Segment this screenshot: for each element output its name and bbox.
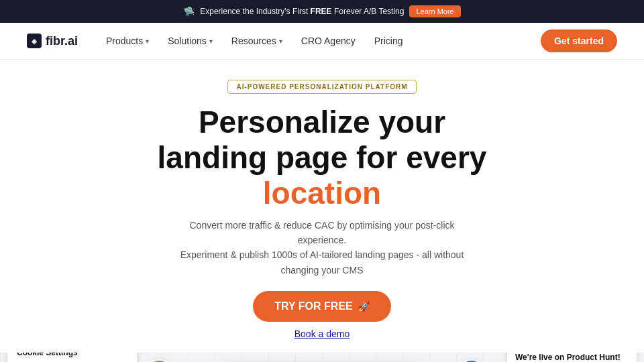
try-free-button[interactable]: TRY FOR FREE 🚀 bbox=[253, 291, 390, 322]
get-started-button[interactable]: Get started bbox=[541, 29, 617, 52]
hero-headline: Personalize your landing page for every … bbox=[27, 105, 617, 211]
cookie-popup: Cookie Settings We use cookies to person… bbox=[7, 353, 138, 362]
nav-right: Get started bbox=[541, 29, 617, 52]
hero-section: AI-POWERED PERSONALIZATION PLATFORM Pers… bbox=[0, 60, 644, 353]
nav-solutions[interactable]: Solutions ▾ bbox=[160, 32, 221, 50]
cta-buttons: TRY FOR FREE 🚀 Book a demo bbox=[27, 291, 617, 339]
nav-resources[interactable]: Resources ▾ bbox=[223, 32, 290, 50]
nav-cro-agency[interactable]: CRO Agency bbox=[293, 32, 364, 50]
nav-pricing[interactable]: Pricing bbox=[366, 32, 411, 50]
logo-icon: ◈ bbox=[27, 34, 42, 48]
nav-products[interactable]: Products ▾ bbox=[98, 32, 157, 50]
bottom-section: https://yourspace.com/home Home About Co… bbox=[0, 353, 644, 362]
ph-title: We're live on Product Hunt! bbox=[515, 353, 629, 362]
main-nav: ◈ fibr.ai Products ▾ Solutions ▾ Resourc… bbox=[0, 23, 644, 60]
cookie-title: Cookie Settings bbox=[17, 353, 127, 357]
learn-more-button[interactable]: Learn More bbox=[409, 5, 460, 17]
chevron-down-icon: ▾ bbox=[209, 38, 213, 45]
logo-text: fibr.ai bbox=[46, 34, 78, 48]
banner-text: Experience the Industry's First FREE For… bbox=[200, 7, 404, 16]
logo[interactable]: ◈ fibr.ai bbox=[27, 34, 78, 48]
rocket-icon: 🚀 bbox=[358, 301, 370, 312]
hero-badge: AI-POWERED PERSONALIZATION PLATFORM bbox=[227, 80, 416, 94]
nav-links: Products ▾ Solutions ▾ Resources ▾ CRO A… bbox=[98, 32, 541, 50]
chevron-down-icon: ▾ bbox=[279, 38, 282, 45]
product-hunt-popup: We're live on Product Hunt! We just laun… bbox=[506, 353, 637, 362]
hero-subtext: Convert more traffic & reduce CAC by opt… bbox=[168, 218, 476, 278]
chevron-down-icon: ▾ bbox=[146, 38, 149, 45]
top-banner: 🛸 Experience the Industry's First FREE F… bbox=[0, 0, 644, 23]
book-demo-link[interactable]: Book a demo bbox=[294, 328, 350, 339]
announcement-icon: 🛸 bbox=[183, 6, 195, 17]
